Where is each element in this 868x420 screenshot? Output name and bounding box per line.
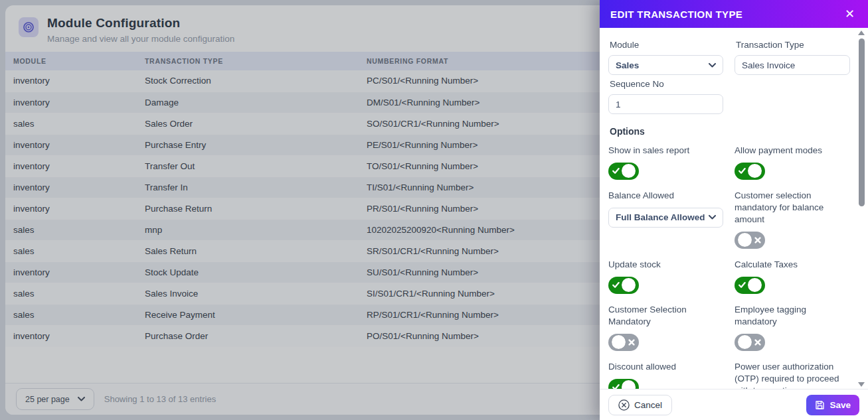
option-item: Calculate Taxes xyxy=(735,259,851,294)
option-toggle[interactable] xyxy=(608,277,639,294)
check-icon xyxy=(612,167,620,175)
option-item: Allow payment modes xyxy=(735,145,851,180)
chevron-down-icon xyxy=(709,63,716,68)
sequence-no-value: 1 xyxy=(616,100,621,109)
scroll-down-icon[interactable] xyxy=(858,382,865,387)
toggle-knob xyxy=(622,164,636,178)
transaction-type-input[interactable]: Sales Invoice xyxy=(735,55,850,75)
sequence-no-field-label: Sequence No xyxy=(610,79,723,89)
cross-icon xyxy=(754,236,762,244)
toggle-knob xyxy=(748,278,762,292)
scrollbar-thumb[interactable] xyxy=(859,38,865,206)
option-toggle[interactable] xyxy=(735,277,765,294)
option-label: Show in sales report xyxy=(608,145,727,157)
panel-scrollbar[interactable] xyxy=(858,31,865,387)
option-label: Customer selection mandatory for balance… xyxy=(735,190,843,226)
option-item: Update stock xyxy=(608,259,735,294)
close-icon[interactable]: ✕ xyxy=(842,7,857,21)
option-item: Customer Selection Mandatory xyxy=(608,304,735,351)
option-label: Employee tagging mandatory xyxy=(735,304,843,328)
option-item: Employee tagging mandatory xyxy=(735,304,851,351)
module-select-value: Sales xyxy=(616,60,639,70)
option-item: Balance Allowed Full Balance Allowed xyxy=(608,190,735,249)
option-label: Power user authorization (OTP) required … xyxy=(735,361,843,389)
option-label: Calculate Taxes xyxy=(735,259,843,271)
option-toggle[interactable] xyxy=(608,379,639,389)
panel-title: EDIT TRANSACTION TYPE xyxy=(610,9,742,20)
option-select[interactable]: Full Balance Allowed xyxy=(608,208,723,228)
toggle-knob xyxy=(622,380,636,389)
option-label: Balance Allowed xyxy=(608,190,727,202)
save-button-label: Save xyxy=(829,400,851,410)
sequence-no-input[interactable]: 1 xyxy=(608,94,723,114)
cancel-button[interactable]: Cancel xyxy=(608,395,672,415)
options-heading: Options xyxy=(610,126,851,137)
check-icon xyxy=(738,281,746,289)
option-label: Discount allowed xyxy=(608,361,727,373)
check-icon xyxy=(612,281,620,289)
toggle-knob xyxy=(622,278,636,292)
circle-x-icon xyxy=(618,399,630,411)
chevron-down-icon xyxy=(709,215,716,220)
module-field-label: Module xyxy=(610,40,723,50)
toggle-knob xyxy=(612,335,626,349)
option-toggle[interactable] xyxy=(608,163,639,180)
toggle-knob xyxy=(738,233,752,247)
transaction-type-value: Sales Invoice xyxy=(742,60,795,70)
option-label: Customer Selection Mandatory xyxy=(608,304,727,328)
panel-footer: Cancel Save xyxy=(600,389,868,420)
option-toggle[interactable] xyxy=(608,334,639,351)
toggle-knob xyxy=(748,164,762,178)
option-item: Power user authorization (OTP) required … xyxy=(735,361,851,389)
cross-icon xyxy=(628,338,636,346)
cancel-button-label: Cancel xyxy=(634,400,662,410)
cross-icon xyxy=(754,338,762,346)
panel-header: EDIT TRANSACTION TYPE ✕ xyxy=(600,0,868,28)
save-button[interactable]: Save xyxy=(806,395,859,415)
option-item: Discount allowed xyxy=(608,361,735,389)
module-select[interactable]: Sales xyxy=(608,55,723,75)
toggle-knob xyxy=(738,335,752,349)
transaction-type-field-label: Transaction Type xyxy=(736,40,850,50)
option-label: Update stock xyxy=(608,259,727,271)
option-toggle[interactable] xyxy=(735,232,765,249)
panel-body: Module Sales Transaction Type Sales Invo… xyxy=(600,28,868,389)
check-icon xyxy=(612,383,620,389)
option-toggle[interactable] xyxy=(735,334,765,351)
option-toggle[interactable] xyxy=(735,163,765,180)
edit-transaction-type-panel: EDIT TRANSACTION TYPE ✕ Module Sales Tra… xyxy=(600,0,868,420)
floppy-disk-icon xyxy=(815,400,825,410)
option-item: Show in sales report xyxy=(608,145,735,180)
scroll-up-icon[interactable] xyxy=(858,31,865,35)
option-item: Customer selection mandatory for balance… xyxy=(735,190,851,249)
option-select-value: Full Balance Allowed xyxy=(616,212,705,222)
check-icon xyxy=(738,167,746,175)
option-label: Allow payment modes xyxy=(735,145,843,157)
